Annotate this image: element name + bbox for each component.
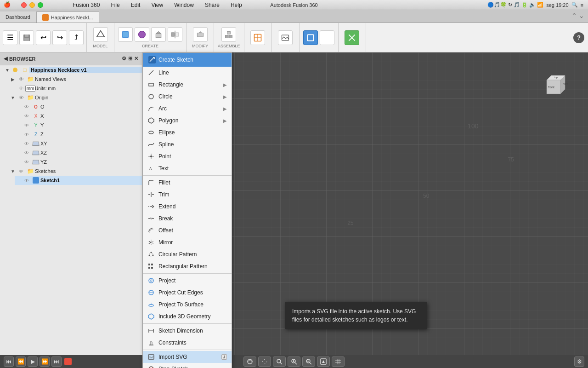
- plane-yz-visibility[interactable]: 👁: [23, 158, 30, 166]
- menu-item-point[interactable]: Point: [143, 150, 232, 162]
- named-views-visibility-icon[interactable]: 👁: [17, 75, 25, 83]
- menu-item-project[interactable]: Project: [143, 275, 232, 287]
- menu-item-text[interactable]: A Text: [143, 162, 232, 174]
- tree-item-plane-xy[interactable]: 👁 XY: [15, 139, 142, 148]
- menu-item-project-cut-edges[interactable]: Project Cut Edges: [143, 287, 232, 299]
- tree-item-sketch1[interactable]: 👁 Sketch1: [15, 176, 142, 185]
- search-icon[interactable]: 🔍: [571, 2, 578, 8]
- tree-expand-sketches[interactable]: ▼: [9, 167, 17, 175]
- tree-item-sketches[interactable]: ▼ 👁 📁 Sketches: [9, 167, 142, 176]
- tree-item-plane-yz[interactable]: 👁 YZ: [15, 157, 142, 167]
- create-solid-button[interactable]: [118, 27, 133, 42]
- zoom-out-button[interactable]: [302, 356, 315, 367]
- tree-expand-root[interactable]: ▼: [4, 66, 11, 74]
- browser-close-icon[interactable]: ✕: [134, 56, 138, 62]
- menu-item-trim[interactable]: Trim: [143, 189, 232, 201]
- select-button[interactable]: [303, 30, 318, 45]
- units-visibility-icon[interactable]: 👁: [17, 85, 25, 92]
- nav-play-button[interactable]: ▶: [28, 356, 38, 367]
- close-window-button[interactable]: [21, 2, 27, 8]
- plane-xy-visibility[interactable]: 👁: [23, 140, 30, 147]
- create-sphere-button[interactable]: [135, 27, 149, 42]
- pan-button[interactable]: [258, 356, 271, 367]
- nav-next-button[interactable]: ⏩: [40, 356, 50, 367]
- save-button[interactable]: [19, 30, 34, 45]
- minimize-window-button[interactable]: [29, 2, 35, 8]
- menu-item-extend[interactable]: Extend: [143, 201, 232, 213]
- create-mirror-button[interactable]: [168, 27, 182, 42]
- undo-button[interactable]: ↩: [36, 30, 51, 45]
- maximize-window-button[interactable]: [38, 2, 43, 8]
- origin-o-visibility[interactable]: 👁: [23, 103, 30, 110]
- tree-expand-origin[interactable]: ▼: [9, 94, 17, 101]
- menu-item-break[interactable]: Break: [143, 213, 232, 224]
- menu-item-offset[interactable]: Offset: [143, 224, 232, 236]
- menu-list-icon[interactable]: ≡: [581, 2, 583, 8]
- browser-settings-icon[interactable]: ⚙: [122, 56, 126, 62]
- root-visibility-icon[interactable]: [12, 66, 19, 74]
- menu-item-include-3d[interactable]: Include 3D Geometry: [143, 310, 232, 322]
- menu-file[interactable]: File: [109, 2, 121, 8]
- tree-item-origin[interactable]: ▼ 👁 📁 Origin: [9, 93, 142, 102]
- image-button[interactable]: [278, 30, 293, 45]
- expand-icon[interactable]: ⌃: [571, 12, 577, 19]
- menu-create-sketch-header[interactable]: Create Sketch: [143, 53, 232, 67]
- sketch-project-button[interactable]: [250, 30, 265, 45]
- menu-item-rectangle[interactable]: Rectangle ▶: [143, 79, 232, 91]
- tree-item-root[interactable]: ▼ □ Happiness Necklace v1: [4, 65, 142, 75]
- menu-item-import-svg[interactable]: SVG Import SVG J: [143, 351, 232, 363]
- tab-dashboard[interactable]: Dashboard: [0, 12, 36, 23]
- menu-item-fillet[interactable]: Fillet: [143, 177, 232, 189]
- menu-item-stop-sketch[interactable]: Stop Sketch: [143, 363, 232, 368]
- view-cube[interactable]: front right top: [537, 71, 570, 103]
- nav-last-button[interactable]: ⏭: [51, 356, 62, 367]
- menu-item-circular-pattern[interactable]: Circular Pattern: [143, 248, 232, 260]
- menu-item-polygon[interactable]: Polygon ▶: [143, 115, 232, 126]
- orbit-button[interactable]: [243, 356, 256, 367]
- tree-item-plane-xz[interactable]: 👁 XZ: [15, 148, 142, 157]
- redo-button[interactable]: ↪: [52, 30, 67, 45]
- help-button[interactable]: ?: [573, 32, 584, 43]
- browser-collapse-icon[interactable]: ◀: [4, 56, 7, 62]
- axis-z-visibility[interactable]: 👁: [23, 131, 30, 138]
- menu-item-sketch-dimension[interactable]: Sketch Dimension: [143, 325, 232, 337]
- menu-help[interactable]: Help: [229, 2, 244, 8]
- menu-item-circle[interactable]: Circle ▶: [143, 91, 232, 103]
- origin-visibility-icon[interactable]: 👁: [17, 94, 25, 101]
- sketch1-visibility-icon[interactable]: 👁: [23, 177, 30, 184]
- stop-sketch-button[interactable]: [345, 30, 359, 45]
- assemble-button-1[interactable]: [221, 27, 236, 42]
- create-extrude-button[interactable]: [151, 27, 166, 42]
- axis-y-visibility[interactable]: 👁: [23, 121, 30, 129]
- menu-view[interactable]: View: [149, 2, 165, 8]
- tree-item-named-views[interactable]: ▶ 👁 📁 Named Views: [9, 75, 142, 84]
- menu-share[interactable]: Share: [203, 2, 221, 8]
- tree-item-axis-z[interactable]: 👁 Z Z: [15, 130, 142, 139]
- browser-expand-icon[interactable]: ⊞: [128, 56, 132, 62]
- tree-item-axis-x[interactable]: 👁 X X: [15, 111, 142, 121]
- collapse-icon[interactable]: ⌄: [579, 12, 584, 19]
- axis-x-visibility[interactable]: 👁: [23, 112, 30, 120]
- grid-toggle-button[interactable]: [332, 356, 345, 367]
- menu-item-ellipse[interactable]: Ellipse: [143, 126, 232, 138]
- menu-item-mirror[interactable]: Mirror: [143, 236, 232, 248]
- hamburger-menu-button[interactable]: ☰: [3, 30, 17, 45]
- menu-item-constraints[interactable]: Constraints: [143, 337, 232, 349]
- menu-fusion360[interactable]: Fusion 360: [71, 2, 102, 8]
- plane-xz-visibility[interactable]: 👁: [23, 149, 30, 156]
- zoom-in-button[interactable]: [288, 356, 300, 367]
- display-mode-button[interactable]: [317, 356, 330, 367]
- menu-item-project-to-surface[interactable]: Project To Surface: [143, 299, 232, 310]
- menu-item-arc[interactable]: Arc ▶: [143, 103, 232, 115]
- cursor-button[interactable]: [320, 30, 334, 45]
- share-button[interactable]: ⤴: [69, 30, 84, 45]
- menu-item-rectangular-pattern[interactable]: Rectangular Pattern: [143, 260, 232, 272]
- menu-window[interactable]: Window: [172, 2, 196, 8]
- menu-item-line[interactable]: Line: [143, 67, 232, 79]
- menu-edit[interactable]: Edit: [129, 2, 142, 8]
- nav-first-button[interactable]: ⏮: [4, 356, 14, 367]
- tree-item-axis-y[interactable]: 👁 Y Y: [15, 121, 142, 130]
- nav-prev-button[interactable]: ⏪: [16, 356, 26, 367]
- zoom-fit-button[interactable]: [273, 356, 286, 367]
- tree-expand-named-views[interactable]: ▶: [9, 75, 17, 83]
